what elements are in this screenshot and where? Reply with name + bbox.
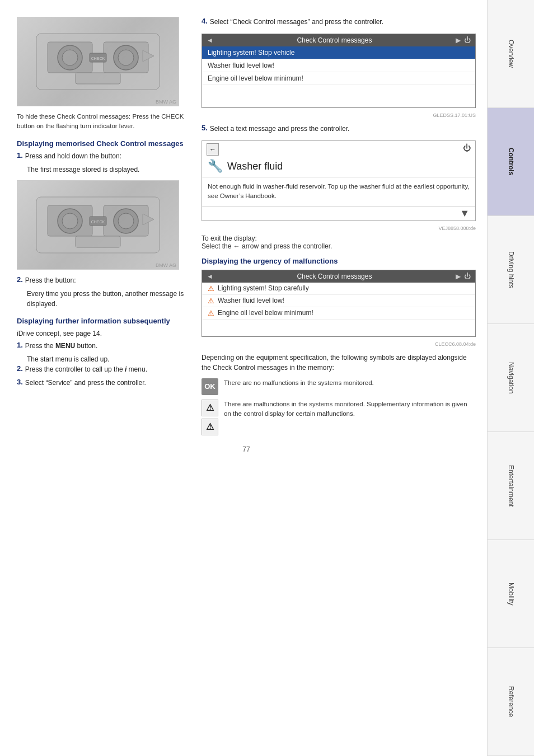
to-exit-display-text: To exit the display: Select the ← arrow … <box>202 234 476 250</box>
sidebar-tab-reference[interactable]: Reference <box>488 648 534 756</box>
step-3a-num: 1. <box>17 341 23 349</box>
sidebar: Overview Controls Driving hints Navigati… <box>487 0 534 756</box>
ui-box-1-item-1[interactable]: Washer fluid level low! <box>202 59 475 72</box>
sidebar-tab-driving-hints[interactable]: Driving hints <box>488 216 534 324</box>
ui-box-1-label: GLEDSS.17.01:US <box>202 112 476 118</box>
step-4b-text: Select “Check Control messages” and pres… <box>210 17 383 27</box>
image-label-2: BMW AG <box>156 262 176 268</box>
step-5a-row: 3. Select “Service” and press the contro… <box>17 378 190 390</box>
washer-fluid-header: 🔧 Washer fluid <box>202 156 475 177</box>
ui-box-2-title: Check Control messages <box>297 273 372 280</box>
svg-point-18 <box>118 213 134 229</box>
menu-bold-label: MENU <box>55 342 75 350</box>
ui-box-1-title-area: Check Control messages <box>297 36 372 44</box>
step-2-num: 2. <box>17 275 23 284</box>
step-2-sub: Every time you press the button, another… <box>27 289 190 309</box>
malfunction-item-0[interactable]: ⚠ Lighting system! Stop carefully <box>202 283 475 295</box>
washer-fluid-detail-box: ← ⏻ 🔧 Washer fluid Not enough fluid in w… <box>202 140 476 221</box>
step-5a-text: Select “Service” and press the controlle… <box>25 378 146 388</box>
ui-box-1-item-0[interactable]: Lighting system! Stop vehicle <box>202 46 475 59</box>
step-2-text: Press the button: <box>25 275 76 285</box>
warn-icon-1: ⚠ <box>208 297 214 305</box>
section-heading-further: Displaying further information subsequen… <box>17 317 190 325</box>
svg-point-17 <box>62 213 78 229</box>
step-4b-row: 4. Select “Check Control messages” and p… <box>202 17 476 29</box>
step-3a-sub: The start menu is called up. <box>27 354 190 364</box>
step-4a-text: Press the controller to call up the i me… <box>25 364 147 374</box>
step-3a-text: Press the MENU button. <box>25 341 97 351</box>
washer-fluid-title: Washer fluid <box>227 161 283 172</box>
sidebar-tab-controls[interactable]: Controls <box>488 108 534 216</box>
step-1-sub: The first message stored is displayed. <box>27 165 190 175</box>
depending-text: Depending on the equipment specification… <box>202 353 476 373</box>
svg-point-7 <box>118 50 134 65</box>
washer-power-icon: ⏻ <box>463 143 471 156</box>
ui-box-2-header: ◄ Check Control messages ▶ ⏻ <box>202 270 475 283</box>
washer-scroll-indicator: ▼ <box>202 206 475 220</box>
ui-box-1-header: ◄ Check Control messages ▶ ⏻ <box>202 34 475 46</box>
ui-box-2-empty-space <box>202 320 475 336</box>
svg-rect-14 <box>76 236 120 247</box>
step-1-num: 1. <box>17 151 23 159</box>
sidebar-tab-overview[interactable]: Overview <box>488 0 534 108</box>
ui-box-2-controls: ▶ ⏻ <box>456 273 471 280</box>
warn-icon-2: ⚠ <box>208 309 214 317</box>
ui-box-1-title: Check Control messages <box>297 36 372 44</box>
left-arrow-icon-2: ◄ <box>207 273 213 280</box>
step-4a-row: 2. Press the controller to call up the i… <box>17 364 190 377</box>
step-2-row: 2. Press the button: <box>17 275 190 288</box>
washer-fluid-body: Not enough fluid in washer-fluid reservo… <box>202 177 475 206</box>
play-icon: ▶ <box>456 36 461 44</box>
step-5b-text: Select a text message and press the cont… <box>210 124 349 134</box>
warn-triangle-icon-2: ⚠ <box>202 419 218 435</box>
left-column: CHECK BMW AG To hide these Check Control… <box>17 17 190 440</box>
warn-symbol-text: There are malfunctions in the systems mo… <box>224 400 476 419</box>
right-column: 4. Select “Check Control messages” and p… <box>202 17 476 440</box>
check-control-ui-box-2: ◄ Check Control messages ▶ ⏻ ⚠ Lighting … <box>202 270 476 337</box>
ui-box-1-empty-space <box>202 85 475 107</box>
malfunction-text-0: Lighting system! Stop carefully <box>218 284 309 292</box>
washer-image-label: VEJ8858.008:de <box>202 226 476 231</box>
ui-box-2-title-area: Check Control messages <box>297 273 372 280</box>
svg-point-6 <box>62 50 78 65</box>
washer-top-bar: ← ⏻ <box>202 141 475 156</box>
power-icon-2: ⏻ <box>464 273 471 280</box>
step-1-row: 1. Press and hold down the button: <box>17 151 190 163</box>
svg-text:CHECK: CHECK <box>91 220 105 224</box>
power-icon: ⏻ <box>464 36 471 44</box>
step-5b-num: 5. <box>202 124 208 132</box>
ok-symbol-text: There are no malfunctions in the systems… <box>224 378 374 388</box>
step-1-text: Press and hold down the button: <box>25 151 121 161</box>
ui-box-1-controls: ▶ ⏻ <box>456 36 471 44</box>
ui-box-1-item-2[interactable]: Engine oil level below minimum! <box>202 72 475 85</box>
malfunction-text-2: Engine oil level below minimum! <box>218 309 313 317</box>
image-label-1: BMW AG <box>156 99 176 105</box>
sidebar-tab-navigation[interactable]: Navigation <box>488 324 534 432</box>
malfunction-item-2[interactable]: ⚠ Engine oil level below minimum! <box>202 307 475 320</box>
section-heading-memorised: Displaying memorised Check Control messa… <box>17 139 190 148</box>
sidebar-tab-mobility[interactable]: Mobility <box>488 540 534 648</box>
left-arrow-icon: ◄ <box>207 36 213 44</box>
hide-check-text: To hide these Check Control messages: Pr… <box>17 112 190 132</box>
warn-triangle-icon-1: ⚠ <box>202 400 218 416</box>
step-3a-row: 1. Press the MENU button. <box>17 341 190 353</box>
symbol-warn-row: ⚠ ⚠ There are malfunctions in the system… <box>202 400 476 435</box>
car-image-1: CHECK BMW AG <box>17 17 179 106</box>
sidebar-tab-entertainment[interactable]: Entertainment <box>488 432 534 540</box>
malfunction-item-1[interactable]: ⚠ Washer fluid level low! <box>202 295 475 307</box>
step-5a-num: 3. <box>17 378 23 386</box>
step-4b-num: 4. <box>202 17 208 25</box>
back-arrow-button[interactable]: ← <box>207 143 219 156</box>
svg-rect-3 <box>76 73 120 84</box>
page-number: 77 <box>17 445 476 453</box>
check-control-ui-box-1: ◄ Check Control messages ▶ ⏻ Lighting sy… <box>202 34 476 108</box>
washer-fluid-icon: 🔧 <box>208 159 223 173</box>
svg-text:CHECK: CHECK <box>91 57 105 60</box>
warn-icon-0: ⚠ <box>208 284 214 293</box>
malfunction-text-1: Washer fluid level low! <box>218 297 284 304</box>
section-heading-urgency: Displaying the urgency of malfunctions <box>202 257 476 265</box>
step-5b-row: 5. Select a text message and press the c… <box>202 124 476 136</box>
idrive-text: iDrive concept, see page 14. <box>17 328 190 339</box>
play-icon-2: ▶ <box>456 273 461 280</box>
i-menu-icon: i <box>125 365 127 373</box>
